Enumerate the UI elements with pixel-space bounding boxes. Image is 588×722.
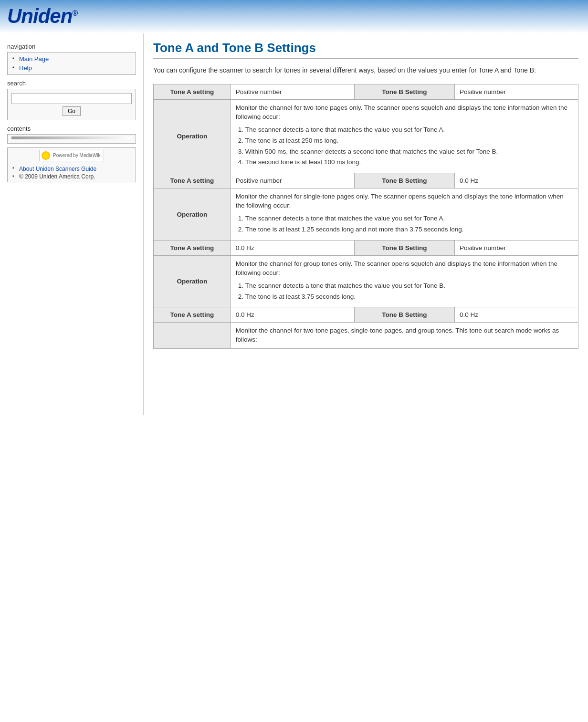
powered-by: Powered by MediaWiki	[11, 150, 132, 161]
table-row: Tone A setting 0.0 Hz Tone B Setting 0.0…	[154, 307, 578, 323]
operation-list-1: The scanner detects a tone that matches …	[245, 126, 573, 167]
list-item: The tone is at least 1.25 seconds long a…	[245, 225, 573, 234]
table-row: Operation Monitor the channel for single…	[154, 188, 578, 241]
navigation-box: Main Page Help	[7, 52, 136, 75]
table-row: Operation Monitor the channel for group …	[154, 255, 578, 307]
search-input[interactable]	[11, 93, 132, 104]
navigation-label: navigation	[7, 43, 136, 50]
operation-list-2: The scanner detects a tone that matches …	[245, 214, 573, 234]
tone-a-label-3: Tone A setting	[154, 240, 231, 255]
tone-b-label-4: Tone B Setting	[354, 307, 454, 323]
sidebar: navigation Main Page Help search Go cont…	[0, 33, 143, 191]
table-row: Tone A setting Positive number Tone B Se…	[154, 84, 578, 100]
nav-list: Main Page Help	[11, 54, 132, 73]
tone-a-value-1: Positive number	[231, 84, 354, 100]
about-link[interactable]: About Uniden Scanners Guide	[19, 166, 96, 172]
header: Uniden®	[0, 0, 588, 33]
nav-link-main[interactable]: Main Page	[19, 55, 49, 63]
logo-name: Uniden	[7, 5, 72, 27]
operation-label-4	[154, 323, 231, 349]
operation-cell-1: Monitor the channel for two-tone pages o…	[231, 100, 578, 173]
intro-text: You can configure the scanner to search …	[153, 65, 578, 75]
settings-table: Tone A setting Positive number Tone B Se…	[153, 84, 578, 349]
layout: navigation Main Page Help search Go cont…	[0, 33, 588, 415]
logo-reg: ®	[72, 9, 77, 17]
logo-text: Uniden®	[7, 5, 77, 27]
operation-list-3: The scanner detects a tone that matches …	[245, 282, 573, 302]
list-item: The second tone is at least 100 ms long.	[245, 158, 573, 167]
contents-label: contents	[7, 125, 136, 132]
powered-by-text: Powered by MediaWiki	[53, 153, 102, 158]
operation-label-2: Operation	[154, 188, 231, 241]
tone-a-value-2: Positive number	[231, 173, 354, 188]
operation-cell-4: Monitor the channel for two-tone pages, …	[231, 323, 578, 349]
list-item: The scanner detects a tone that matches …	[245, 126, 573, 135]
tone-b-label-1: Tone B Setting	[354, 84, 454, 100]
operation-intro-3: Monitor the channel for group tones only…	[236, 260, 557, 276]
contents-bar	[11, 136, 132, 139]
search-box: Go	[7, 89, 136, 120]
copyright: © 2009 Uniden America Corp.	[11, 173, 132, 180]
operation-cell-2: Monitor the channel for single-tone page…	[231, 188, 578, 241]
page-title: Tone A and Tone B Settings	[153, 41, 578, 59]
tone-b-value-2: 0.0 Hz	[455, 173, 578, 188]
tone-a-value-3: 0.0 Hz	[231, 240, 354, 255]
operation-intro-4: Monitor the channel for two-tone pages, …	[236, 327, 559, 343]
operation-intro-2: Monitor the channel for single-tone page…	[236, 193, 564, 209]
tone-b-label-3: Tone B Setting	[354, 240, 454, 255]
list-item: The tone is at least 3.75 seconds long.	[245, 293, 573, 302]
operation-cell-3: Monitor the channel for group tones only…	[231, 255, 578, 307]
tone-b-label-2: Tone B Setting	[354, 173, 454, 188]
search-label: search	[7, 80, 136, 87]
footer-about-item[interactable]: About Uniden Scanners Guide	[11, 164, 132, 173]
sidebar-footer: About Uniden Scanners Guide © 2009 Unide…	[11, 164, 132, 180]
tone-a-value-4: 0.0 Hz	[231, 307, 354, 323]
operation-intro-1: Monitor the channel for two-tone pages o…	[236, 104, 567, 120]
tone-a-label-4: Tone A setting	[154, 307, 231, 323]
list-item: The scanner detects a tone that matches …	[245, 282, 573, 291]
go-button[interactable]: Go	[63, 106, 81, 116]
operation-label-3: Operation	[154, 255, 231, 307]
logo: Uniden®	[7, 5, 77, 28]
nav-item-main[interactable]: Main Page	[11, 54, 132, 63]
tone-b-value-1: Positive number	[455, 84, 578, 100]
table-row: Operation Monitor the channel for two-to…	[154, 100, 578, 173]
tone-b-value-4: 0.0 Hz	[455, 307, 578, 323]
list-item: The tone is at least 250 ms long.	[245, 136, 573, 146]
footer-box: Powered by MediaWiki About Uniden Scanne…	[7, 147, 136, 182]
contents-box	[7, 134, 136, 144]
mediawiki-icon	[42, 151, 50, 160]
nav-item-help[interactable]: Help	[11, 63, 132, 73]
table-row: Monitor the channel for two-tone pages, …	[154, 323, 578, 349]
list-item: The scanner detects a tone that matches …	[245, 214, 573, 223]
tone-b-value-3: Positive number	[455, 240, 578, 255]
tone-a-label-1: Tone A setting	[154, 84, 231, 100]
table-row: Tone A setting 0.0 Hz Tone B Setting Pos…	[154, 240, 578, 255]
tone-a-label-2: Tone A setting	[154, 173, 231, 188]
main-content: Tone A and Tone B Settings You can confi…	[144, 33, 588, 356]
table-row: Tone A setting Positive number Tone B Se…	[154, 173, 578, 188]
powered-by-badge: Powered by MediaWiki	[39, 150, 104, 161]
list-item: Within 500 ms, the scanner detects a sec…	[245, 147, 573, 157]
operation-label-1: Operation	[154, 100, 231, 173]
nav-link-help[interactable]: Help	[19, 64, 32, 72]
